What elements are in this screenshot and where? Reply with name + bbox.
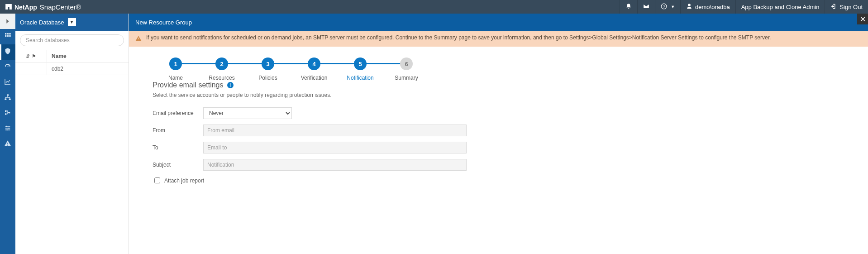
- svg-rect-10: [9, 99, 11, 100]
- bell-icon: [625, 3, 632, 11]
- help-button[interactable]: ? ▼: [655, 0, 680, 14]
- to-label: To: [153, 144, 203, 151]
- list-item-name: cdb2: [47, 62, 129, 75]
- step-number: 6: [400, 58, 413, 70]
- role-label-button[interactable]: App Backup and Clone Admin: [735, 0, 825, 14]
- user-label: demo\oradba: [695, 4, 730, 10]
- sliders-icon: [4, 125, 11, 134]
- svg-point-14: [6, 126, 7, 127]
- sort-controls[interactable]: ⇵ ⚑: [15, 50, 47, 62]
- chart-icon: [4, 78, 11, 87]
- svg-rect-8: [7, 94, 9, 96]
- sort-icon: ⇵: [26, 53, 30, 59]
- brand-company: NetApp: [14, 4, 37, 11]
- nav-iconbar: [0, 14, 15, 254]
- step-policies[interactable]: 3Policies: [245, 58, 291, 81]
- signout-label: Sign Out: [839, 4, 863, 10]
- email-pref-select[interactable]: Never: [203, 107, 292, 119]
- step-label: Verification: [301, 75, 328, 81]
- signout-icon: [830, 3, 837, 11]
- gauge-icon: [4, 63, 11, 72]
- step-indicator: 1Name2Resources3Policies4Verification5No…: [153, 58, 868, 81]
- svg-text:?: ?: [663, 4, 665, 8]
- help-icon: ?: [661, 3, 667, 11]
- step-resources[interactable]: 2Resources: [199, 58, 245, 81]
- role-label: App Backup and Clone Admin: [741, 4, 820, 10]
- list-item[interactable]: cdb2: [15, 62, 129, 75]
- list-header: ⇵ ⚑ Name: [15, 50, 129, 62]
- nav-dashboard[interactable]: [0, 29, 15, 44]
- nav-alerts[interactable]: [0, 137, 15, 152]
- nav-reports[interactable]: [0, 75, 15, 91]
- step-label: Notification: [347, 75, 373, 81]
- nav-expand[interactable]: [0, 14, 15, 29]
- attach-report-label: Attach job report: [164, 177, 204, 184]
- svg-rect-6: [7, 35, 9, 37]
- wizard-header: New Resource Group ✕: [129, 14, 868, 31]
- brand: NetApp SnapCenter®: [0, 3, 81, 11]
- section-title: Provide email settings: [153, 81, 224, 89]
- search-input[interactable]: [20, 34, 124, 46]
- svg-rect-3: [7, 33, 9, 34]
- wizard-title: New Resource Group: [135, 19, 192, 26]
- svg-rect-12: [5, 113, 6, 115]
- chevron-down-icon: ▼: [671, 5, 675, 9]
- step-notification[interactable]: 5Notification: [337, 58, 383, 81]
- close-icon: ✕: [860, 15, 866, 24]
- step-label: Summary: [395, 75, 418, 81]
- notifications-button[interactable]: [620, 0, 637, 14]
- messages-button[interactable]: [637, 0, 655, 14]
- subject-label: Subject: [153, 162, 203, 168]
- step-number: 2: [215, 58, 228, 70]
- chevron-down-icon: ▼: [68, 18, 76, 26]
- flag-icon: ⚑: [32, 53, 36, 59]
- subject-input[interactable]: [203, 159, 467, 171]
- resource-list-panel: Oracle Database ▼ ⇵ ⚑ Name cdb2: [15, 14, 129, 254]
- plugin-label: Oracle Database: [20, 19, 64, 26]
- step-verification[interactable]: 4Verification: [291, 58, 337, 81]
- svg-rect-7: [9, 35, 10, 37]
- topbar: NetApp SnapCenter® ? ▼ demo\oradba App B…: [0, 0, 868, 14]
- hierarchy-icon: [4, 94, 11, 103]
- brand-product: SnapCenter®: [40, 3, 81, 11]
- from-label: From: [153, 127, 203, 134]
- user-icon: [686, 3, 692, 11]
- warning-text: If you want to send notifications for sc…: [146, 34, 771, 41]
- nav-resources[interactable]: [0, 44, 15, 60]
- step-number: 4: [308, 58, 320, 70]
- from-input[interactable]: [203, 125, 467, 136]
- user-menu[interactable]: demo\oradba: [680, 0, 735, 14]
- warning-icon: [135, 34, 142, 43]
- step-label: Policies: [258, 75, 277, 81]
- svg-rect-13: [9, 112, 10, 113]
- mail-icon: [643, 3, 649, 11]
- plugin-selector[interactable]: Oracle Database ▼: [15, 14, 129, 31]
- nav-monitor[interactable]: [0, 60, 15, 75]
- signout-button[interactable]: Sign Out: [825, 0, 868, 14]
- nav-storage[interactable]: [0, 106, 15, 121]
- svg-rect-11: [5, 110, 6, 112]
- step-label: Name: [168, 75, 183, 81]
- info-icon[interactable]: i: [227, 82, 234, 88]
- step-summary[interactable]: 6Summary: [383, 58, 429, 81]
- svg-rect-4: [9, 33, 10, 34]
- wizard-panel: New Resource Group ✕ If you want to send…: [129, 14, 868, 254]
- to-input[interactable]: [203, 142, 467, 153]
- section-subtitle: Select the service accounts or people to…: [153, 92, 868, 98]
- step-number: 3: [262, 58, 274, 70]
- nav-settings[interactable]: [0, 121, 15, 137]
- svg-point-16: [6, 129, 8, 131]
- section-title-row: Provide email settings i: [153, 81, 868, 89]
- close-button[interactable]: ✕: [857, 14, 868, 24]
- svg-rect-9: [5, 99, 6, 100]
- attach-report-checkbox[interactable]: [154, 177, 160, 183]
- storage-icon: [4, 109, 11, 118]
- step-name[interactable]: 1Name: [153, 58, 199, 81]
- alert-icon: [4, 140, 11, 149]
- nav-hosts[interactable]: [0, 91, 15, 106]
- grid-icon: [4, 32, 11, 41]
- shield-check-icon: [4, 48, 11, 57]
- step-number: 5: [354, 58, 367, 70]
- column-name[interactable]: Name: [47, 50, 129, 62]
- step-number: 1: [169, 58, 182, 70]
